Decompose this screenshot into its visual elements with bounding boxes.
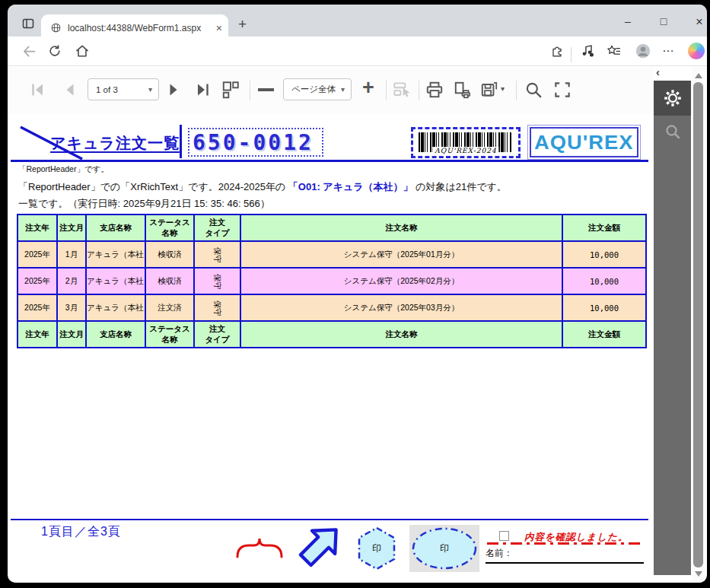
prev-page-button[interactable]	[61, 81, 79, 99]
rotated-type-text: 保守	[213, 246, 221, 262]
multipage-view-button[interactable]	[221, 80, 240, 100]
last-page-button[interactable]	[193, 81, 212, 99]
prev-page-icon	[61, 81, 79, 99]
maximize-button[interactable]: □	[651, 15, 677, 27]
first-page-icon	[29, 81, 47, 99]
cell-type: 保守	[194, 294, 240, 321]
toolbar-separator	[250, 81, 250, 100]
browser-toolbar: https://localhost:44388/WebForm1.aspx	[8, 37, 707, 66]
col-header-type: 注文 タイプ	[194, 321, 240, 348]
scroll-up-icon[interactable]	[695, 73, 702, 78]
page-selector[interactable]: 1 of 3 ▾	[88, 78, 159, 100]
tab-close-icon[interactable]: ×	[216, 23, 222, 33]
extensions-button[interactable]	[549, 43, 565, 59]
zoom-out-button[interactable]	[258, 88, 274, 91]
col-header-amount: 注文金額	[562, 321, 646, 348]
gear-icon	[663, 88, 683, 108]
confirm-checkbox	[499, 531, 509, 541]
cell-month: 1月	[57, 241, 86, 268]
refresh-icon	[47, 43, 62, 59]
logo-text: AQU'REX	[534, 131, 634, 154]
report-title: アキュラ注文一覧	[50, 133, 180, 154]
rich-text-post: の対象は21件です。	[413, 181, 507, 192]
settings-more-button[interactable]: …	[662, 41, 675, 55]
arrow-shape	[295, 520, 345, 571]
report-header-note: 「ReportHeader」です。	[18, 164, 109, 175]
stamp-label: 印	[409, 525, 479, 572]
cell-year: 2025年	[18, 294, 57, 321]
collapse-panel-button[interactable]: ‹	[656, 65, 668, 78]
print-page-icon	[453, 80, 473, 100]
header-rule	[11, 160, 648, 162]
search-icon	[664, 122, 682, 141]
star-lines-icon	[606, 43, 622, 59]
search-icon	[524, 80, 543, 100]
panel-search-tab[interactable]	[654, 116, 691, 148]
cell-month: 2月	[57, 268, 86, 294]
scroll-down-icon[interactable]	[695, 571, 702, 577]
first-page-button[interactable]	[29, 81, 47, 99]
print-button[interactable]	[425, 80, 444, 100]
page-indicator: 1 of 3	[96, 85, 144, 94]
zoom-mode-label: ページ全体	[291, 84, 336, 95]
last-page-icon	[193, 81, 212, 99]
orders-table: 注文年 注文月 支店名称 ステータス 名称 注文 タイプ 注文名称 注文金額 2…	[17, 214, 647, 348]
cell-name: システム保守（2025年03月分）	[240, 294, 562, 321]
cell-type: 保守	[194, 268, 240, 294]
scrollbar-thumb[interactable]	[693, 82, 703, 567]
copilot-button[interactable]	[688, 43, 705, 59]
col-header-month: 注文月	[57, 215, 86, 241]
profile-button[interactable]	[635, 43, 651, 59]
print-page-button[interactable]	[453, 80, 473, 100]
favorites-bar-button[interactable]	[606, 43, 622, 59]
tab-title: localhost:44388/WebForm1.aspx	[68, 23, 216, 33]
export-button[interactable]	[479, 80, 499, 100]
next-page-button[interactable]	[164, 81, 183, 99]
export-caret-icon[interactable]: ▾	[501, 84, 505, 93]
search-button[interactable]	[524, 80, 543, 100]
name-label: 名前：	[486, 547, 513, 560]
col-header-type: 注文 タイプ	[194, 215, 240, 241]
zoom-in-button[interactable]: +	[362, 78, 374, 98]
workspaces-icon	[21, 17, 35, 30]
chevron-down-icon: ▾	[148, 85, 152, 94]
new-tab-button[interactable]: +	[238, 16, 247, 33]
order-row: 2025年 1月 アキュラ（本社） 検収済 保守 システム保守（2025年01月…	[18, 241, 646, 268]
stamp-label: 印	[356, 526, 397, 571]
puzzle-icon	[549, 43, 565, 59]
back-button[interactable]	[21, 43, 37, 59]
back-icon	[21, 43, 37, 59]
col-header-name: 注文名称	[240, 321, 562, 348]
home-icon	[75, 43, 90, 59]
cell-status: 注文済	[145, 294, 194, 321]
tab-actions-button[interactable]	[21, 17, 35, 30]
col-header-status: ステータス 名称	[145, 321, 194, 348]
fullscreen-button[interactable]	[552, 80, 572, 100]
media-controls-button[interactable]	[580, 43, 595, 59]
col-header-branch: 支店名称	[86, 215, 145, 241]
arrow-up-right-icon	[285, 510, 355, 580]
window-close-button[interactable]: ×	[686, 15, 707, 29]
refresh-button[interactable]	[47, 43, 62, 59]
order-row: 2025年 3月 アキュラ（本社） 注文済 保守 システム保守（2025年03月…	[18, 294, 646, 321]
zoom-mode-selector[interactable]: ページ全体 ▾	[283, 78, 352, 100]
cell-status: 検収済	[145, 241, 194, 268]
tab-strip: localhost:44388/WebForm1.aspx × + – □ ×	[8, 5, 707, 37]
table-footer-header-row: 注文年 注文月 支店名称 ステータス 名称 注文 タイプ 注文名称 注文金額	[18, 321, 646, 348]
cell-branch: アキュラ（本社）	[86, 241, 145, 268]
minimize-button[interactable]: –	[615, 15, 641, 27]
header-divider	[180, 125, 182, 158]
rotated-type-text: 保守	[213, 300, 221, 316]
hexagon-stamp: 印	[356, 526, 397, 571]
ellipse-stamp-area: 印	[409, 525, 479, 572]
viewer-side-panel	[654, 81, 691, 575]
col-header-year: 注文年	[18, 321, 57, 348]
rich-text-line: 「ReportHeader」での「XrRichText」です。2024-2025…	[18, 180, 507, 194]
table-header-row: 注文年 注文月 支店名称 ステータス 名称 注文 タイプ 注文名称 注文金額	[18, 215, 646, 241]
cell-amount: 10,000	[562, 241, 646, 268]
home-button[interactable]	[75, 43, 90, 59]
col-header-amount: 注文金額	[562, 215, 646, 241]
options-tab[interactable]	[654, 81, 691, 116]
music-note-icon	[580, 43, 595, 59]
rich-text-pre: 「ReportHeader」での「XrRichText」です。2024-2025…	[18, 181, 288, 192]
